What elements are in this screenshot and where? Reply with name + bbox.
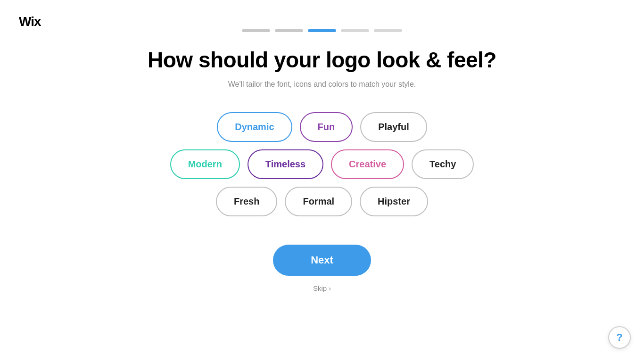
chevron-right-icon: › bbox=[329, 284, 331, 292]
progress-step-2 bbox=[275, 29, 303, 32]
next-button[interactable]: Next bbox=[273, 245, 371, 276]
style-option-fresh[interactable]: Fresh bbox=[216, 187, 277, 216]
style-options: Dynamic Fun Playful Modern Timeless Crea… bbox=[170, 112, 474, 216]
wix-logo: Wix bbox=[19, 14, 41, 29]
skip-link[interactable]: Skip › bbox=[313, 284, 331, 292]
options-row-3: Fresh Formal Hipster bbox=[216, 187, 428, 216]
style-option-playful[interactable]: Playful bbox=[360, 112, 427, 142]
style-option-dynamic[interactable]: Dynamic bbox=[217, 112, 292, 142]
page-title: How should your logo look & feel? bbox=[148, 47, 496, 73]
options-row-2: Modern Timeless Creative Techy bbox=[170, 149, 474, 179]
main-content: How should your logo look & feel? We'll … bbox=[0, 47, 644, 292]
progress-bar bbox=[242, 29, 402, 32]
progress-step-3 bbox=[308, 29, 336, 32]
skip-label: Skip bbox=[313, 284, 327, 292]
progress-step-5 bbox=[374, 29, 402, 32]
style-option-creative[interactable]: Creative bbox=[331, 149, 404, 179]
style-option-formal[interactable]: Formal bbox=[285, 187, 352, 216]
page-subtitle: We'll tailor the font, icons and colors … bbox=[228, 80, 416, 89]
style-option-hipster[interactable]: Hipster bbox=[360, 187, 428, 216]
progress-step-1 bbox=[242, 29, 270, 32]
style-option-modern[interactable]: Modern bbox=[170, 149, 240, 179]
style-option-fun[interactable]: Fun bbox=[300, 112, 353, 142]
progress-step-4 bbox=[341, 29, 369, 32]
style-option-techy[interactable]: Techy bbox=[412, 149, 474, 179]
help-button[interactable]: ? bbox=[608, 326, 631, 349]
style-option-timeless[interactable]: Timeless bbox=[248, 149, 323, 179]
options-row-1: Dynamic Fun Playful bbox=[217, 112, 427, 142]
